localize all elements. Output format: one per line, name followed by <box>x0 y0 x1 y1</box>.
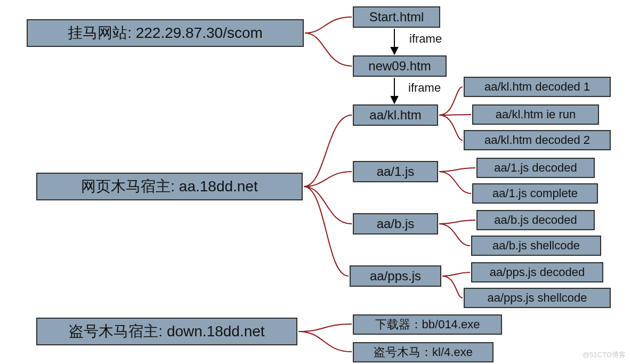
node-ppsjs-shellcode: aa/pps.js shellcode <box>464 288 611 308</box>
node-bjs-decoded: aa/b.js decoded <box>476 210 595 230</box>
node-1js-complete: aa/1.js complete <box>472 183 598 204</box>
node-aa-pps-js-label: aa/pps.js <box>370 269 421 284</box>
node-aa-1-js-label: aa/1.js <box>377 164 415 179</box>
section-hang-horse-site-label: 挂马网站: 222.29.87.30/scom <box>68 23 263 43</box>
watermark-text: @51CTO博客 <box>583 351 626 359</box>
node-aa-b-js-label: aa/b.js <box>377 216 415 231</box>
node-kl-decoded1: aa/kl.htm decoded 1 <box>464 77 611 97</box>
section-trojan-host: 网页木马宿主: aa.18dd.net <box>36 173 303 200</box>
node-kl-decoded2-label: aa/kl.htm decoded 2 <box>484 133 590 147</box>
node-downloader-label: 下载器：bb/014.exe <box>375 317 480 333</box>
node-downloader: 下载器：bb/014.exe <box>353 314 502 335</box>
node-aa-b-js: aa/b.js <box>353 213 438 234</box>
label-iframe-2-text: iframe <box>408 81 441 94</box>
node-stealer-trojan-label: 盗号木马：kl/4.exe <box>374 344 473 360</box>
node-kl-decoded2: aa/kl.htm decoded 2 <box>464 130 611 150</box>
node-aa-kl-htm: aa/kl.htm <box>353 104 438 126</box>
node-stealer-trojan: 盗号木马：kl/4.exe <box>353 342 494 362</box>
node-new09-htm-label: new09.htm <box>368 59 431 74</box>
node-bjs-decoded-label: aa/b.js decoded <box>494 213 577 227</box>
node-start-html-label: Start.html <box>369 10 424 25</box>
node-bjs-shellcode: aa/b.js shellcode <box>471 236 601 256</box>
node-aa-pps-js: aa/pps.js <box>350 265 441 287</box>
label-iframe-1: iframe <box>409 32 442 46</box>
node-ppsjs-decoded-label: aa/pps.js decoded <box>490 265 585 279</box>
node-start-html: Start.html <box>353 6 440 28</box>
section-stealer-host: 盗号木马宿主: down.18dd.net <box>36 318 297 345</box>
node-1js-decoded: aa/1.js decoded <box>476 158 595 178</box>
label-iframe-2: iframe <box>408 81 441 95</box>
node-kl-decoded1-label: aa/kl.htm decoded 1 <box>484 80 590 94</box>
node-ppsjs-shellcode-label: aa/pps.js shellcode <box>487 291 587 305</box>
node-1js-complete-label: aa/1.js complete <box>492 187 578 200</box>
node-ppsjs-decoded: aa/pps.js decoded <box>471 262 603 282</box>
node-bjs-shellcode-label: aa/b.js shellcode <box>492 239 580 253</box>
label-iframe-1-text: iframe <box>409 32 442 45</box>
section-stealer-host-label: 盗号木马宿主: down.18dd.net <box>69 321 264 342</box>
node-aa-1-js: aa/1.js <box>353 161 438 182</box>
node-kl-ie-run-label: aa/kl.htm ie run <box>496 108 576 122</box>
node-aa-kl-htm-label: aa/kl.htm <box>369 108 421 123</box>
section-hang-horse-site: 挂马网站: 222.29.87.30/scom <box>27 19 304 47</box>
node-kl-ie-run: aa/kl.htm ie run <box>472 104 599 125</box>
section-trojan-host-label: 网页木马宿主: aa.18dd.net <box>81 176 257 197</box>
node-1js-decoded-label: aa/1.js decoded <box>494 161 577 175</box>
node-new09-htm: new09.htm <box>353 55 447 77</box>
watermark: @51CTO博客 <box>583 350 626 360</box>
